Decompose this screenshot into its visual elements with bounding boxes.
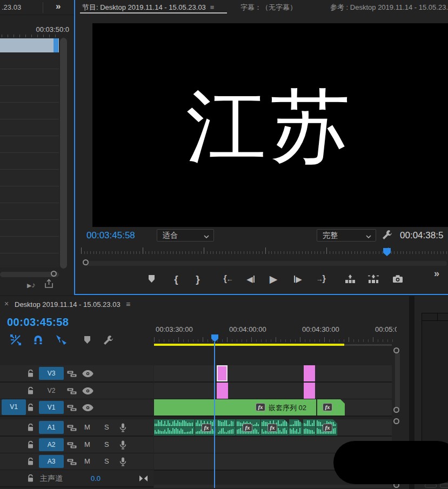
meter-button[interactable] <box>425 484 437 488</box>
video-clip[interactable] <box>217 365 228 381</box>
lock-icon[interactable] <box>27 370 34 377</box>
video-clip[interactable] <box>304 365 315 381</box>
meter-button[interactable] <box>440 484 448 488</box>
master-level-value[interactable]: 0.0 <box>91 474 101 483</box>
extract-button[interactable] <box>366 272 381 286</box>
mark-out-button[interactable]: } <box>190 272 205 286</box>
mute-button[interactable]: M <box>84 423 90 431</box>
zoom-level-select[interactable]: 适合 <box>157 229 214 242</box>
more-panels-icon[interactable]: » <box>56 1 59 12</box>
mark-in-button[interactable]: { <box>169 272 184 286</box>
play-audio-icon[interactable]: ▶♪ <box>27 280 35 290</box>
lock-icon[interactable] <box>27 458 34 465</box>
audio-clip[interactable] <box>289 419 303 436</box>
zoom-handle[interactable] <box>83 259 89 265</box>
mute-button[interactable]: M <box>84 440 90 448</box>
nested-sequence-clip[interactable]: fx <box>317 399 345 416</box>
timeline-ruler[interactable]: 00:03:30:0000:04:00:0000:04:30:0000:05:0… <box>0 325 397 333</box>
track-target-button-a1[interactable]: A1 <box>39 421 64 434</box>
monitor-playhead[interactable] <box>383 248 391 256</box>
tab-program[interactable]: 节目: Desktop 2019.11.14 - 15.05.23.03≡ <box>82 3 214 12</box>
linked-selection-button[interactable] <box>55 333 69 347</box>
monitor-zoom-scrollbar[interactable] <box>84 261 447 266</box>
snap-button[interactable] <box>31 333 45 347</box>
play-button[interactable]: ▶ <box>266 272 281 286</box>
add-marker-button[interactable] <box>80 333 94 347</box>
mic-icon[interactable] <box>119 457 126 466</box>
solo-button[interactable]: S <box>104 423 109 431</box>
solo-button[interactable]: S <box>104 440 109 448</box>
go-to-out-button[interactable]: →} <box>313 272 329 286</box>
sync-lock-icon[interactable] <box>67 370 77 378</box>
zoom-handle[interactable] <box>393 418 399 424</box>
horizontal-scrollbar[interactable] <box>154 485 392 488</box>
more-controls-icon[interactable]: » <box>434 268 438 279</box>
timeline-tab-label[interactable]: Desktop 2019.11.14 - 15.05.23.03 <box>15 300 121 309</box>
close-icon[interactable]: × <box>4 299 9 308</box>
lock-icon[interactable] <box>27 441 34 448</box>
horizontal-scrollbar[interactable] <box>0 272 59 277</box>
lock-icon[interactable] <box>27 404 34 411</box>
playhead-timecode[interactable]: 00:03:45:58 <box>86 230 135 241</box>
export-icon[interactable] <box>44 279 55 291</box>
selected-lane-row[interactable] <box>0 38 59 52</box>
mic-icon[interactable] <box>119 440 126 450</box>
sync-lock-icon[interactable] <box>67 404 77 412</box>
zoom-handle[interactable] <box>393 407 399 413</box>
panel-tab-label[interactable]: .23.03 <box>2 3 21 11</box>
tab-reference[interactable]: 参考 : Desktop 2019.11.14 - 15.05.23.03 <box>330 3 448 12</box>
track-target-button-a2[interactable]: A2 <box>39 438 64 451</box>
nest-toggle-button[interactable] <box>9 333 23 347</box>
lock-icon[interactable] <box>27 474 34 482</box>
settings-wrench-icon[interactable] <box>382 229 393 243</box>
audio-clip[interactable] <box>217 419 236 436</box>
pan-icon[interactable] <box>139 475 148 481</box>
step-back-button[interactable]: ◀ <box>243 272 258 286</box>
go-to-in-button[interactable]: {← <box>220 272 236 286</box>
source-patch-v1[interactable]: V1 <box>2 399 26 415</box>
playback-resolution-select[interactable]: 完整 <box>317 229 376 242</box>
audio-clip[interactable]: fx <box>236 419 260 436</box>
eye-icon[interactable] <box>82 370 93 377</box>
eye-icon[interactable] <box>82 387 93 394</box>
zoom-handle[interactable] <box>51 271 57 277</box>
ruler-tick <box>336 251 336 254</box>
panel-menu-icon[interactable]: ≡ <box>210 3 215 11</box>
panel-menu-icon[interactable]: ≡ <box>126 300 130 309</box>
track-target-button-v1[interactable]: V1 <box>39 401 64 414</box>
add-marker-button[interactable] <box>144 272 159 286</box>
solo-button[interactable]: S <box>104 457 109 465</box>
sync-lock-icon[interactable] <box>67 424 77 432</box>
eye-icon[interactable] <box>82 404 93 411</box>
vertical-scrollbar[interactable] <box>60 38 67 269</box>
sync-lock-icon[interactable] <box>67 387 77 395</box>
track-target-button-a3[interactable]: A3 <box>39 455 64 468</box>
track-target-button-v3[interactable]: V3 <box>39 367 64 380</box>
work-area-bar[interactable] <box>154 344 344 346</box>
sync-lock-icon[interactable] <box>67 441 77 449</box>
audio-clip[interactable] <box>154 419 195 436</box>
tab-captions[interactable]: 字幕：（无字幕） <box>240 3 297 12</box>
export-frame-button[interactable] <box>390 272 405 286</box>
track-target-button-v2[interactable]: V2 <box>39 384 64 397</box>
video-clip[interactable] <box>304 383 315 399</box>
lock-icon[interactable] <box>27 387 34 394</box>
ruler-tick <box>208 339 208 342</box>
vertical-zoom-scrollbar[interactable] <box>395 352 400 410</box>
audio-clip[interactable]: fx <box>195 419 217 436</box>
audio-clip[interactable]: fx <box>316 419 337 436</box>
audio-clip[interactable]: fx <box>261 419 289 436</box>
sync-lock-icon[interactable] <box>67 458 77 466</box>
lock-icon[interactable] <box>27 424 34 431</box>
nested-sequence-clip[interactable]: fx嵌套序列 02 <box>154 399 316 416</box>
mic-icon[interactable] <box>119 423 126 432</box>
mute-button[interactable]: M <box>84 457 90 465</box>
zoom-handle[interactable] <box>393 347 399 353</box>
audio-clip[interactable] <box>303 419 316 436</box>
ruler-tick <box>308 251 309 254</box>
video-clip[interactable] <box>217 383 228 399</box>
settings-wrench-button[interactable] <box>101 333 115 347</box>
lift-button[interactable] <box>343 272 358 286</box>
lane-keyframe-segment[interactable] <box>54 38 58 52</box>
step-forward-button[interactable]: ▶ <box>290 272 305 286</box>
